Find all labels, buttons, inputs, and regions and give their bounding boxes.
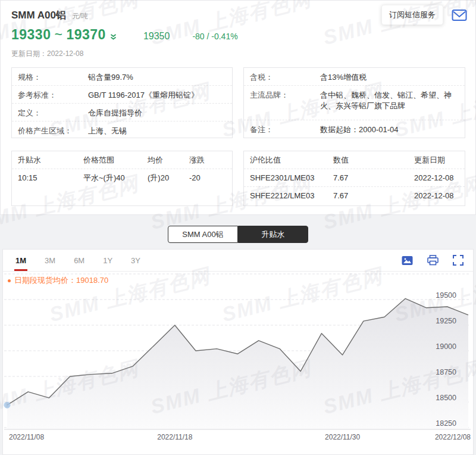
info-row: 主流品牌：含中铝、魏桥、信发、锦江、希望、神火、东兴等铝厂旗下品牌 — [244, 85, 465, 119]
table-header-row: 升贴水价格范围均价涨跌 — [12, 151, 232, 169]
info-row: 参考标准：GB/T 1196-2017《重熔用铝锭》 — [12, 85, 232, 103]
series-toggle: SMM A00铝 升贴水 — [168, 226, 308, 243]
price-chart[interactable]: 日期段现货均价：19018.70 18250185001875019000192… — [3, 272, 473, 454]
column-header: 升贴水 — [18, 155, 83, 166]
info-value: 仓库自提指导价 — [88, 104, 226, 121]
save-image-icon[interactable] — [402, 255, 413, 266]
range-tab-6m[interactable]: 6M — [74, 250, 84, 271]
chart-plot-area[interactable]: 1825018500187501900019250195002022/11/08… — [3, 272, 473, 454]
x-axis-label: 2022/12/08 — [435, 433, 471, 441]
info-label: 含税： — [250, 68, 320, 83]
table-cell: 2022-12-08 — [414, 191, 459, 200]
y-axis-label: 19000 — [436, 342, 456, 351]
page-title: SMM A00铝 — [11, 8, 66, 22]
info-label: 参考标准： — [18, 86, 88, 101]
update-date-row: 更新日期：2022-12-08 — [1, 43, 475, 59]
price-change-abs: -80 — [192, 32, 204, 41]
table-cell: SHFE2212/LME03 — [250, 191, 333, 200]
premium-table: 升贴水价格范围均价涨跌10:15平水~(升)40(升)20-20 — [12, 151, 232, 186]
y-axis-label: 18250 — [436, 419, 456, 428]
table-row: SHFE2301/LME037.672022-12-08 — [244, 169, 465, 186]
tab-premium-discount[interactable]: 升贴水 — [238, 226, 308, 243]
info-row: 规格：铝含量99.7% — [12, 68, 232, 85]
legend-text: 日期段现货均价：19018.70 — [14, 275, 108, 286]
price-summary-card: SMM A00铝 元/吨 订阅短信服务 19330~19370 19350 -8… — [0, 0, 476, 215]
table-cell: (升)20 — [148, 173, 189, 183]
column-header: 涨跌 — [189, 155, 226, 166]
price-row: 19330~19370 19350 -80 / -0.41% — [1, 22, 475, 43]
info-label: 规格： — [18, 68, 88, 83]
table-cell: 10:15 — [18, 173, 83, 182]
price-change-pct: -0.41% — [211, 32, 237, 41]
table-cell: 7.67 — [333, 191, 414, 200]
update-date-label: 更新日期： — [11, 49, 47, 58]
shfe-lme-ratio-box: 沪伦比值数值更新日期SHFE2301/LME037.672022-12-08SH… — [243, 151, 465, 206]
y-axis-label: 18750 — [436, 368, 456, 376]
info-value: 上海、无锡 — [88, 121, 226, 139]
print-icon[interactable] — [427, 255, 439, 266]
range-tab-1y[interactable]: 1Y — [103, 250, 112, 271]
info-label: 定义： — [18, 104, 88, 119]
ratio-table: 沪伦比值数值更新日期SHFE2301/LME037.672022-12-08SH… — [244, 151, 465, 204]
chart-card: 1M3M6M1Y3Y — [2, 249, 474, 455]
info-value: 含13%增值税 — [320, 68, 459, 85]
spec-info-box: 规格：铝含量99.7%参考标准：GB/T 1196-2017《重熔用铝锭》定义：… — [11, 67, 233, 138]
table-header-row: 沪伦比值数值更新日期 — [244, 151, 465, 169]
info-row: 含税：含13%增值税 — [244, 68, 465, 85]
info-label: 主流品牌： — [250, 86, 320, 101]
mail-icon[interactable] — [452, 9, 467, 21]
header-row: SMM A00铝 元/吨 订阅短信服务 — [1, 1, 475, 22]
price-low: 19330 — [11, 27, 51, 42]
subscribe-sms-button[interactable]: 订阅短信服务 — [381, 5, 443, 25]
range-tab-3y[interactable]: 3Y — [131, 250, 140, 271]
column-header: 更新日期 — [414, 155, 459, 166]
y-axis-label: 18500 — [436, 394, 456, 402]
chart-legend: 日期段现货均价：19018.70 — [8, 275, 108, 286]
info-row: 定义：仓库自提指导价 — [12, 103, 232, 121]
series-toggle-row: SMM A00铝 升贴水 — [0, 226, 476, 243]
info-value: 数据起始：2000-01-04 — [320, 120, 459, 138]
info-row: 备注：数据起始：2000-01-04 — [244, 120, 465, 138]
table-cell: SHFE2301/LME03 — [250, 173, 333, 182]
x-axis-label: 2022/11/08 — [9, 433, 44, 441]
price-range: 19330~19370 — [11, 27, 106, 43]
info-value: 铝含量99.7% — [88, 68, 226, 85]
tab-smm-a00[interactable]: SMM A00铝 — [168, 226, 238, 243]
column-header: 数值 — [333, 155, 414, 166]
table-cell: 7.67 — [333, 173, 414, 182]
column-header: 沪伦比值 — [250, 155, 333, 166]
tax-brand-info-box: 含税：含13%增值税主流品牌：含中铝、魏桥、信发、锦江、希望、神火、东兴等铝厂旗… — [243, 67, 465, 138]
update-date-value: 2022-12-08 — [47, 49, 83, 58]
table-cell: 平水~(升)40 — [83, 173, 148, 183]
range-tab-3m[interactable]: 3M — [45, 250, 55, 271]
premium-table-box: 升贴水价格范围均价涨跌10:15平水~(升)40(升)20-20 — [11, 151, 233, 206]
info-label: 备注： — [250, 120, 320, 135]
info-label: 价格产生区域： — [18, 121, 88, 136]
range-tab-1m[interactable]: 1M — [15, 250, 26, 271]
chart-range-tabs: 1M3M6M1Y3Y — [3, 250, 473, 272]
range-tab-group: 1M3M6M1Y3Y — [3, 250, 140, 271]
info-value: GB/T 1196-2017《重熔用铝锭》 — [88, 86, 226, 103]
price-high: 19370 — [66, 27, 105, 42]
fullscreen-icon[interactable] — [453, 255, 464, 266]
column-header: 价格范围 — [83, 155, 148, 166]
price-average: 19350 — [143, 31, 170, 42]
price-change-sep: / — [207, 32, 209, 41]
legend-dot-icon — [8, 279, 11, 282]
info-row: 价格产生区域：上海、无锡 — [12, 121, 232, 139]
price-down-icon — [109, 32, 117, 43]
table-cell: -20 — [189, 173, 226, 182]
y-axis-label: 19250 — [436, 317, 456, 325]
table-cell: 2022-12-08 — [414, 173, 459, 182]
info-value: 含中铝、魏桥、信发、锦江、希望、神火、东兴等铝厂旗下品牌 — [320, 86, 459, 114]
y-axis-label: 19500 — [436, 291, 456, 300]
price-tilde: ~ — [54, 27, 62, 42]
table-row: 10:15平水~(升)40(升)20-20 — [12, 169, 232, 186]
table-row: SHFE2212/LME037.672022-12-08 — [244, 186, 465, 204]
chart-toolbar — [402, 250, 464, 271]
subscribe-area: 订阅短信服务 — [381, 5, 467, 25]
price-unit: 元/吨 — [72, 11, 88, 21]
x-axis-label: 2022/11/18 — [157, 433, 192, 441]
hover-marker — [4, 402, 11, 409]
price-change: -80 / -0.41% — [192, 32, 237, 41]
